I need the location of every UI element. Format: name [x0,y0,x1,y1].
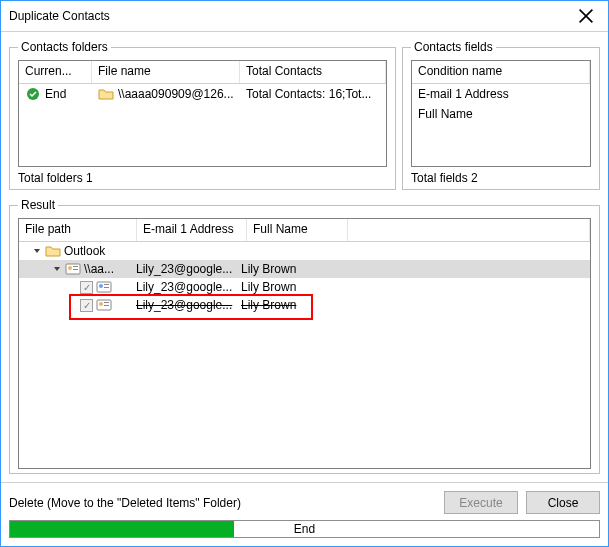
result-grid[interactable]: File path E-mail 1 Address Full Name [18,218,591,469]
folder-icon [45,243,61,259]
fields-row[interactable]: E-mail 1 Address [412,84,590,104]
folders-col-filename[interactable]: File name [92,61,240,83]
contacts-folders-legend: Contacts folders [18,40,111,54]
result-col-email[interactable]: E-mail 1 Address [137,219,247,241]
close-button[interactable]: Close [526,491,600,514]
result-cell-email: Lily_23@google... [132,280,237,294]
window-title: Duplicate Contacts [9,9,563,23]
fields-total: Total fields 2 [411,171,591,185]
svg-rect-11 [104,302,109,303]
execute-button[interactable]: Execute [444,491,518,514]
folders-row[interactable]: End \\aaaa090909@126... Total Contacts: … [19,84,386,104]
result-col-path[interactable]: File path [19,219,137,241]
contact-card-icon [96,297,112,313]
folders-cell-current-text: End [45,87,66,101]
progress-text: End [10,521,599,537]
fields-cell: E-mail 1 Address [412,85,590,103]
contacts-fields-legend: Contacts fields [411,40,496,54]
result-cell-email: Lily_23@google... [132,298,237,312]
folders-cell-total: Total Contacts: 16;Tot... [240,85,386,103]
svg-rect-3 [73,266,78,267]
chevron-down-icon[interactable] [52,264,62,274]
result-cell-name: Lily Brown [237,262,333,276]
titlebar: Duplicate Contacts [1,1,608,32]
result-group: Result File path E-mail 1 Address Full N… [9,198,600,474]
folders-grid[interactable]: Curren... File name Total Contacts End [18,60,387,167]
svg-rect-4 [73,269,78,270]
result-tree-node[interactable]: \\aa... Lily_23@google... Lily Brown [19,260,590,278]
row-checkbox[interactable]: ✓ [80,281,93,294]
progress-bar: End [9,520,600,538]
svg-point-10 [99,302,103,306]
folders-cell-filename-text: \\aaaa090909@126... [118,87,234,101]
result-header[interactable]: File path E-mail 1 Address Full Name [19,219,590,242]
result-cell-name: Lily Brown [237,280,333,294]
svg-point-6 [99,284,103,288]
result-tree-root[interactable]: Outlook [19,242,590,260]
contacts-fields-group: Contacts fields Condition name E-mail 1 … [402,40,600,190]
result-root-label: Outlook [64,244,105,258]
result-legend: Result [18,198,58,212]
svg-rect-12 [104,305,109,306]
result-col-name[interactable]: Full Name [247,219,348,241]
svg-rect-7 [104,284,109,285]
folder-icon [98,86,114,102]
svg-rect-8 [104,287,109,288]
folders-cell-current: End [19,84,92,104]
fields-grid[interactable]: Condition name E-mail 1 Address Full Nam… [411,60,591,167]
contact-card-icon [96,279,112,295]
result-col-spacer [348,219,590,241]
contacts-folders-group: Contacts folders Curren... File name Tot… [9,40,396,190]
result-cell-name: Lily Brown [237,298,333,312]
footer: Delete (Move to the "Deleted Items" Fold… [1,482,608,546]
close-icon [578,8,594,24]
row-checkbox[interactable]: ✓ [80,299,93,312]
fields-cell: Full Name [412,105,590,123]
window-close-button[interactable] [563,1,608,31]
result-tree-leaf[interactable]: ✓ Lily_23@google... Lily Brown [19,278,590,296]
folders-col-total[interactable]: Total Contacts [240,61,386,83]
result-cell-email: Lily_23@google... [132,262,237,276]
result-tree-leaf[interactable]: ✓ Lily_23@google... Lily Brown [19,296,590,314]
folders-total: Total folders 1 [18,171,387,185]
chevron-down-icon[interactable] [32,246,42,256]
folders-cell-filename: \\aaaa090909@126... [92,84,240,104]
folders-header[interactable]: Curren... File name Total Contacts [19,61,386,84]
svg-point-2 [68,266,72,270]
fields-col-condition[interactable]: Condition name [412,61,590,83]
fields-row[interactable]: Full Name [412,104,590,124]
contact-card-icon [65,261,81,277]
result-node-label: \\aa... [84,262,114,276]
fields-header[interactable]: Condition name [412,61,590,84]
check-circle-icon [25,86,41,102]
status-message: Delete (Move to the "Deleted Items" Fold… [9,496,436,510]
folders-col-current[interactable]: Curren... [19,61,92,83]
